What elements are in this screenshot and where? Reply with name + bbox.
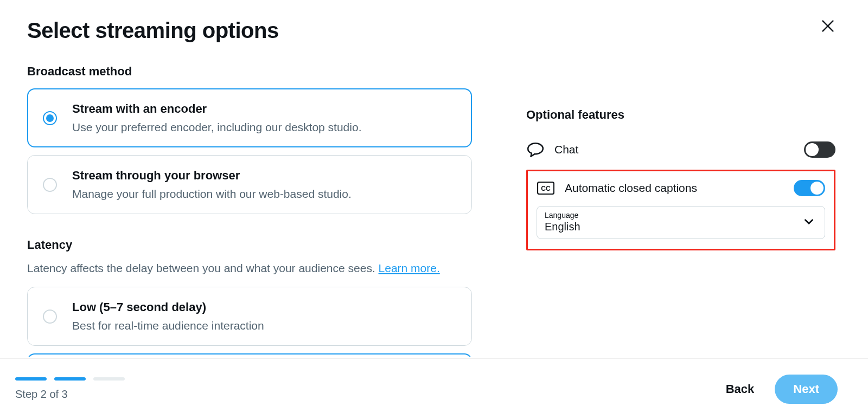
broadcast-heading: Broadcast method — [27, 65, 472, 79]
language-value: English — [545, 221, 817, 233]
option-desc: Use your preferred encoder, including ou… — [72, 119, 361, 135]
page-title: Select streaming options — [27, 18, 841, 43]
step-segment-1 — [15, 377, 47, 381]
option-desc: Manage your full production with our web… — [72, 186, 352, 202]
streaming-options-modal: Select streaming options Broadcast metho… — [0, 0, 868, 419]
broadcast-option-browser[interactable]: Stream through your browser Manage your … — [27, 155, 472, 214]
svg-text:CC: CC — [541, 185, 551, 192]
latency-intro: Latency affects the delay between you an… — [27, 262, 472, 275]
learn-more-link[interactable]: Learn more. — [379, 262, 440, 274]
back-button[interactable]: Back — [726, 382, 755, 396]
option-title: Low (5–7 second delay) — [72, 299, 264, 315]
main-content: Select streaming options Broadcast metho… — [27, 18, 841, 357]
chat-toggle[interactable] — [804, 141, 835, 158]
step-segment-3 — [93, 377, 125, 381]
latency-option-low[interactable]: Low (5–7 second delay) Best for real-tim… — [27, 287, 472, 346]
footer: Step 2 of 3 Back Next — [0, 358, 868, 419]
language-field-label: Language — [545, 211, 817, 220]
optional-heading: Optional features — [526, 108, 835, 122]
latency-section: Latency Latency affects the delay betwee… — [27, 238, 472, 357]
steps-bar — [15, 377, 125, 381]
next-button[interactable]: Next — [775, 375, 838, 404]
chat-label: Chat — [554, 143, 578, 156]
language-select[interactable]: Language English — [537, 206, 825, 239]
latency-option-next-partial — [27, 353, 472, 357]
footer-buttons: Back Next — [726, 375, 838, 404]
radio-icon — [43, 310, 57, 324]
option-title: Stream with an encoder — [72, 101, 361, 117]
chevron-down-icon — [803, 216, 815, 230]
captions-toggle[interactable] — [794, 180, 825, 196]
progress-indicator: Step 2 of 3 — [15, 377, 125, 401]
cc-icon: CC — [537, 179, 555, 197]
radio-icon — [43, 178, 57, 192]
chat-icon — [526, 140, 545, 159]
captions-row: CC Automatic closed captions — [537, 179, 825, 197]
captions-label: Automatic closed captions — [565, 182, 697, 195]
step-segment-2 — [54, 377, 86, 381]
captions-highlight-box: CC Automatic closed captions Language En… — [526, 170, 835, 250]
broadcast-option-texts: Stream with an encoder Use your preferre… — [72, 101, 361, 135]
latency-heading: Latency — [27, 238, 472, 252]
latency-intro-text: Latency affects the delay between you an… — [27, 262, 379, 274]
broadcast-option-texts: Stream through your browser Manage your … — [72, 167, 352, 202]
chat-row: Chat — [526, 140, 835, 159]
radio-icon — [43, 111, 57, 125]
broadcast-option-encoder[interactable]: Stream with an encoder Use your preferre… — [27, 88, 472, 147]
option-title: Stream through your browser — [72, 167, 352, 184]
step-text: Step 2 of 3 — [15, 388, 125, 401]
right-column: Optional features Chat CC — [526, 65, 835, 357]
option-desc: Best for real-time audience interaction — [72, 318, 264, 333]
left-column: Broadcast method Stream with an encoder … — [27, 65, 472, 357]
latency-option-texts: Low (5–7 second delay) Best for real-tim… — [72, 299, 264, 333]
